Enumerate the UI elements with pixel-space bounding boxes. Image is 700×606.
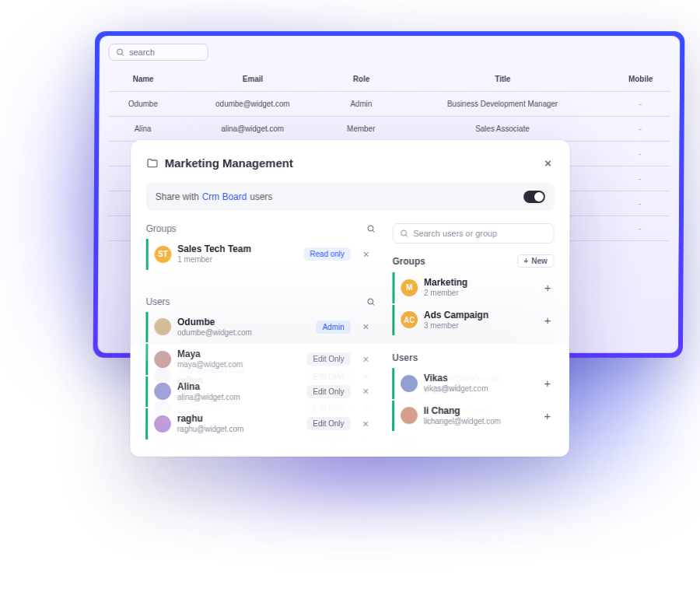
table-row[interactable]: Odumbeodumbe@widget.comAdminBusiness Dev…: [108, 92, 670, 117]
remove-button[interactable]: ×: [359, 384, 372, 398]
folder-icon: [146, 157, 159, 170]
search-icon[interactable]: [366, 566, 376, 576]
cell-name: [107, 559, 177, 583]
shared-group-row[interactable]: STSales Tech Team1 memberRead only×: [146, 239, 376, 269]
users-table: Name Email Role Title Mobile Odumbeodumb…: [107, 559, 670, 606]
share-toggle[interactable]: [523, 597, 545, 606]
browse-groups-header: Groups + New: [393, 254, 555, 268]
cell-title: Business Development Manager: [394, 92, 610, 117]
group-avatar: ST: [155, 246, 172, 263]
search-icon: [116, 47, 125, 57]
permission-chip[interactable]: Edit Only: [306, 417, 350, 430]
share-bar: Share with Crm Board users: [146, 183, 555, 211]
cell-title: Sales Associate: [394, 117, 610, 142]
browse-user-row[interactable]: li Changlichangel@widget.com+: [392, 400, 554, 430]
cell-mobile: -: [610, 559, 670, 583]
browse-group-row[interactable]: ACAds Campaign3 member+: [392, 304, 554, 335]
col-title[interactable]: Title: [395, 67, 611, 92]
cell-email: odumbe@widget.com: [177, 92, 327, 117]
svg-point-2: [368, 226, 373, 231]
new-group-button[interactable]: + New: [517, 254, 555, 268]
shared-user-row[interactable]: raghuraghu@widget.comEdit Only×: [145, 408, 375, 439]
new-group-button[interactable]: + New: [517, 532, 555, 545]
svg-line-5: [373, 303, 374, 305]
browse-groups-label: Groups: [393, 534, 425, 545]
share-board-link[interactable]: Crm Board: [202, 191, 247, 202]
cell-email: [177, 559, 327, 583]
share-prefix: Share with: [156, 597, 199, 606]
add-button[interactable]: +: [544, 282, 551, 293]
permission-chip[interactable]: Admin: [317, 321, 351, 334]
cell-name: [107, 583, 177, 606]
browse-column: Search users or group Groups + New MMark…: [392, 223, 555, 439]
search-placeholder: search: [129, 47, 155, 57]
permission-chip[interactable]: Edit Only: [306, 385, 350, 398]
remove-button[interactable]: ×: [359, 417, 372, 431]
browse-users-header: Users: [392, 352, 554, 363]
group-subtext: 3 member: [424, 321, 538, 330]
user-avatar: [154, 383, 171, 400]
search-users-placeholder: Search users or group: [413, 229, 497, 238]
browse-groups-label: Groups: [393, 256, 425, 267]
svg-point-14: [401, 564, 407, 569]
close-button[interactable]: ×: [541, 154, 555, 172]
group-subtext: 1 member: [177, 255, 297, 264]
search-icon[interactable]: [366, 224, 376, 233]
user-email: raghu@widget.com: [177, 425, 301, 434]
svg-point-6: [401, 230, 407, 236]
browse-group-row[interactable]: MMarketing2 member+: [392, 497, 554, 527]
permission-chip[interactable]: Read only: [303, 539, 350, 552]
shared-user-row[interactable]: Alinaalina@widget.comEdit Only×: [145, 376, 375, 406]
groups-label: Groups: [146, 223, 177, 234]
search-icon[interactable]: [366, 297, 376, 307]
share-toggle[interactable]: [523, 191, 545, 203]
col-name[interactable]: Name: [108, 67, 177, 92]
group-name: Marketing: [424, 277, 538, 289]
col-email[interactable]: Email: [178, 67, 328, 92]
table-row[interactable]: -: [107, 559, 670, 583]
share-board-link[interactable]: Crm Board: [202, 597, 247, 606]
cell-role: [327, 583, 394, 606]
browse-users-label: Users: [392, 352, 418, 363]
browse-user-row[interactable]: Vikasvikas@widget.com+: [392, 368, 554, 398]
shared-group-row[interactable]: STSales Tech Team1 memberRead only×: [146, 531, 376, 561]
permission-chip[interactable]: Read only: [303, 247, 350, 261]
permission-chip[interactable]: Edit Only: [307, 352, 351, 366]
share-prefix: Share with: [156, 191, 199, 202]
svg-line-15: [406, 563, 408, 565]
cell-name: Odumbe: [108, 92, 177, 117]
svg-point-0: [117, 49, 122, 54]
table-row[interactable]: -: [107, 583, 670, 606]
browse-groups-header: Groups + New: [393, 532, 555, 545]
group-name: Marketing: [424, 511, 538, 523]
search-users-input[interactable]: Search users or group: [393, 223, 555, 243]
groups-section-header: Groups: [146, 223, 376, 234]
table-row[interactable]: Alinaalina@widget.comMemberSales Associa…: [108, 117, 670, 142]
remove-button[interactable]: ×: [360, 247, 373, 261]
remove-button[interactable]: ×: [360, 320, 373, 334]
shared-user-row[interactable]: Odumbeodumbe@widget.comAdmin×: [145, 311, 375, 342]
group-subtext: 2 member: [424, 502, 538, 511]
group-avatar: M: [401, 279, 418, 296]
browse-group-row[interactable]: MMarketing2 member+: [392, 272, 554, 303]
col-role[interactable]: Role: [327, 67, 394, 92]
search-users-input[interactable]: Search users or group: [393, 556, 555, 576]
modal-header: Marketing Management ×: [146, 154, 555, 172]
group-name: Sales Tech Team: [177, 545, 297, 556]
remove-button[interactable]: ×: [360, 539, 373, 553]
add-button[interactable]: +: [544, 314, 551, 326]
add-button[interactable]: +: [544, 506, 551, 518]
users-label: Users: [146, 296, 170, 307]
cell-mobile: -: [610, 583, 670, 606]
cell-mobile: -: [610, 142, 670, 166]
shared-user-row[interactable]: Mayamaya@widget.comEdit Only×: [145, 344, 375, 374]
add-button[interactable]: +: [544, 410, 551, 422]
cell-mobile: -: [610, 117, 670, 142]
user-email: alina@widget.com: [177, 392, 301, 401]
svg-point-4: [368, 298, 373, 303]
table-header-row: Name Email Role Title Mobile: [108, 67, 670, 92]
add-button[interactable]: +: [544, 377, 551, 389]
remove-button[interactable]: ×: [359, 352, 372, 366]
search-input[interactable]: search: [109, 44, 208, 61]
user-avatar: [401, 375, 418, 392]
